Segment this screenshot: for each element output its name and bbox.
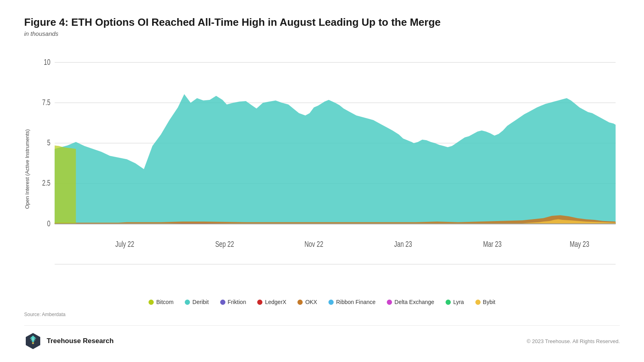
svg-text:July 22: July 22 bbox=[116, 240, 134, 249]
copyright-text: © 2023 Treehouse. All Rights Reserved. bbox=[527, 338, 620, 344]
svg-text:10: 10 bbox=[44, 58, 51, 67]
legend-dot bbox=[446, 300, 451, 305]
svg-text:May 23: May 23 bbox=[570, 240, 589, 249]
chart-title: Figure 4: ETH Options OI Reached All-Tim… bbox=[24, 16, 620, 29]
chart-legend: BitcomDeribitFriktionLedgerXOKXRibbon Fi… bbox=[24, 293, 620, 308]
legend-item: OKX bbox=[297, 299, 317, 305]
svg-container: 10 7.5 5 2.5 0 bbox=[33, 45, 620, 293]
legend-label: OKX bbox=[305, 299, 317, 305]
legend-label: Bitcom bbox=[156, 299, 173, 305]
chart-subtitle: in thousands bbox=[24, 30, 620, 37]
legend-label: Friktion bbox=[228, 299, 246, 305]
chart-inner: 10 7.5 5 2.5 0 bbox=[33, 45, 620, 293]
svg-text:Sep 22: Sep 22 bbox=[215, 240, 234, 249]
legend-dot bbox=[257, 300, 262, 305]
legend-dot bbox=[185, 300, 190, 305]
legend-dot bbox=[328, 300, 334, 305]
legend-label: Ribbon Finance bbox=[336, 299, 376, 305]
svg-text:5: 5 bbox=[47, 138, 50, 147]
svg-text:2.5: 2.5 bbox=[42, 178, 51, 188]
legend-label: Deribit bbox=[192, 299, 208, 305]
page-container: Figure 4: ETH Options OI Reached All-Tim… bbox=[0, 0, 644, 362]
legend-item: LedgerX bbox=[257, 299, 286, 305]
legend-item: Ribbon Finance bbox=[328, 299, 376, 305]
legend-dot bbox=[220, 300, 225, 305]
y-axis-label: Open Interest (Active Instruments) bbox=[24, 45, 30, 293]
legend-label: Delta Exchange bbox=[394, 299, 434, 305]
chart-wrapper: Open Interest (Active Instruments) 10 7.… bbox=[24, 45, 620, 293]
legend-dot bbox=[149, 300, 154, 305]
footer-brand: Treehouse Research bbox=[24, 332, 114, 350]
legend-item: Bybit bbox=[475, 299, 495, 305]
legend-label: Lyra bbox=[453, 299, 464, 305]
legend-item: Lyra bbox=[446, 299, 464, 305]
legend-item: Delta Exchange bbox=[387, 299, 434, 305]
footer: Treehouse Research © 2023 Treehouse. All… bbox=[24, 325, 620, 350]
svg-text:0: 0 bbox=[47, 219, 50, 228]
svg-text:Jan 23: Jan 23 bbox=[394, 240, 412, 249]
svg-text:7.5: 7.5 bbox=[42, 98, 51, 107]
legend-dot bbox=[475, 300, 481, 305]
legend-dot bbox=[387, 300, 392, 305]
legend-label: LedgerX bbox=[265, 299, 286, 305]
legend-dot bbox=[297, 300, 303, 305]
legend-item: Friktion bbox=[220, 299, 246, 305]
svg-text:Nov 22: Nov 22 bbox=[304, 240, 323, 249]
treehouse-logo bbox=[24, 332, 42, 350]
legend-item: Bitcom bbox=[149, 299, 173, 305]
brand-name: Treehouse Research bbox=[47, 337, 114, 345]
chart-area: Open Interest (Active Instruments) 10 7.… bbox=[24, 45, 620, 308]
svg-text:Mar 23: Mar 23 bbox=[483, 240, 502, 249]
legend-item: Deribit bbox=[185, 299, 208, 305]
legend-label: Bybit bbox=[483, 299, 495, 305]
source-text: Source: Amberdata bbox=[24, 312, 620, 317]
